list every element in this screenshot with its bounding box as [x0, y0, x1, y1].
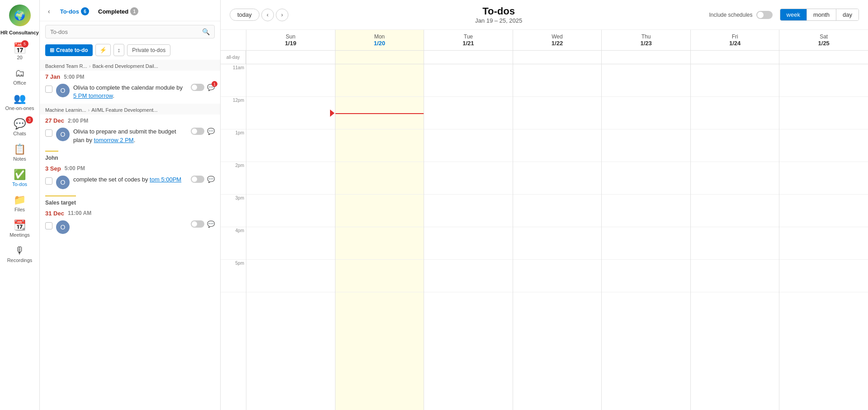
allday-sat[interactable]: [779, 51, 868, 64]
sidebar-item-one-on-ones[interactable]: 👥 One-on-ones: [0, 89, 39, 114]
search-bar[interactable]: 🔍: [45, 25, 215, 38]
slot-wed-2[interactable]: [513, 162, 602, 195]
col-wed[interactable]: [513, 64, 602, 410]
col-sat[interactable]: [779, 64, 868, 410]
todo-checkbox-1[interactable]: [45, 86, 52, 93]
slot-tue-4[interactable]: [424, 227, 513, 260]
todo-link-3[interactable]: tom 5:00PM: [150, 176, 181, 183]
allday-tue[interactable]: [424, 51, 513, 64]
slot-mon-5[interactable]: [335, 260, 424, 292]
sidebar-item-meetings[interactable]: 📆 Meetings: [0, 216, 39, 241]
slot-wed-1[interactable]: [513, 129, 602, 162]
sidebar-item-files[interactable]: 📁 Files: [0, 191, 39, 216]
view-month-button[interactable]: month: [807, 9, 836, 20]
slot-tue-11[interactable]: [424, 64, 513, 97]
slot-fri-1[interactable]: [691, 129, 779, 162]
slot-fri-3[interactable]: [691, 195, 779, 227]
slot-sun-5[interactable]: [246, 260, 335, 292]
comment-icon-1[interactable]: 💬 1: [207, 84, 215, 91]
slot-wed-12[interactable]: [513, 97, 602, 129]
slot-sat-4[interactable]: [779, 227, 868, 260]
slot-sun-1[interactable]: [246, 129, 335, 162]
sidebar-item-chats[interactable]: 3 💬 Chats: [0, 114, 39, 140]
private-todos-button[interactable]: Private to-dos: [127, 44, 170, 56]
next-button[interactable]: ›: [276, 9, 288, 21]
slot-tue-2[interactable]: [424, 162, 513, 195]
today-button[interactable]: today: [230, 9, 259, 21]
include-schedules-toggle[interactable]: [756, 11, 773, 19]
slot-mon-2[interactable]: [335, 162, 424, 195]
slot-fri-11[interactable]: [691, 64, 779, 97]
todo-checkbox-2[interactable]: [45, 129, 52, 137]
panel-collapse-button[interactable]: ‹: [45, 7, 53, 16]
slot-mon-1[interactable]: [335, 129, 424, 162]
sidebar-item-recordings[interactable]: 🎙 Recordings: [0, 241, 39, 267]
tab-todos[interactable]: To-dos 6: [57, 5, 93, 17]
comment-icon-2[interactable]: 💬: [207, 128, 215, 135]
slot-mon-11[interactable]: [335, 64, 424, 97]
col-tue[interactable]: [424, 64, 513, 410]
allday-sun[interactable]: [246, 51, 335, 64]
allday-thu[interactable]: [601, 51, 690, 64]
slot-wed-5[interactable]: [513, 260, 602, 292]
todo-link-1[interactable]: 5 PM tomorrow: [73, 92, 113, 99]
slot-sun-11[interactable]: [246, 64, 335, 97]
allday-fri[interactable]: [690, 51, 779, 64]
slot-sun-4[interactable]: [246, 227, 335, 260]
slot-fri-4[interactable]: [691, 227, 779, 260]
comment-icon-4[interactable]: 💬: [207, 220, 215, 228]
comment-icon-3[interactable]: 💬: [207, 176, 215, 183]
sidebar-item-calendar[interactable]: 📅 5 20: [0, 38, 39, 64]
allday-wed[interactable]: [513, 51, 602, 64]
tab-completed[interactable]: Completed 1: [94, 5, 142, 17]
sidebar-item-office[interactable]: 🗂 Office: [0, 64, 39, 89]
slot-fri-5[interactable]: [691, 260, 779, 292]
slot-sat-12[interactable]: [779, 97, 868, 129]
todo-checkbox-3[interactable]: [45, 177, 52, 185]
slot-mon-4[interactable]: [335, 227, 424, 260]
sidebar-item-notes[interactable]: 📋 Notes: [0, 140, 39, 165]
todo-link-2[interactable]: tomorrow 2 PM: [94, 137, 134, 143]
prev-button[interactable]: ‹: [261, 9, 274, 21]
filter-button[interactable]: ⚡: [95, 44, 111, 56]
col-mon[interactable]: [335, 64, 424, 410]
slot-tue-1[interactable]: [424, 129, 513, 162]
slot-mon-12[interactable]: [335, 97, 424, 129]
slot-thu-4[interactable]: [602, 227, 690, 260]
col-sun[interactable]: [246, 64, 335, 410]
slot-thu-11[interactable]: [602, 64, 690, 97]
col-thu[interactable]: [601, 64, 690, 410]
slot-thu-2[interactable]: [602, 162, 690, 195]
slot-sat-11[interactable]: [779, 64, 868, 97]
slot-tue-3[interactable]: [424, 195, 513, 227]
slot-wed-3[interactable]: [513, 195, 602, 227]
create-todo-button[interactable]: ⊞ Create to-do: [45, 44, 93, 56]
sidebar-item-todos[interactable]: ✅ To-dos: [0, 165, 39, 191]
search-input[interactable]: [50, 29, 202, 35]
view-day-button[interactable]: day: [836, 9, 859, 20]
slot-thu-3[interactable]: [602, 195, 690, 227]
slot-sat-5[interactable]: [779, 260, 868, 292]
slot-wed-4[interactable]: [513, 227, 602, 260]
slot-thu-12[interactable]: [602, 97, 690, 129]
slot-sun-2[interactable]: [246, 162, 335, 195]
slot-thu-1[interactable]: [602, 129, 690, 162]
slot-sat-1[interactable]: [779, 129, 868, 162]
slot-fri-12[interactable]: [691, 97, 779, 129]
allday-mon[interactable]: [335, 51, 424, 64]
slot-wed-11[interactable]: [513, 64, 602, 97]
slot-fri-2[interactable]: [691, 162, 779, 195]
slot-sun-3[interactable]: [246, 195, 335, 227]
slot-tue-5[interactable]: [424, 260, 513, 292]
slot-sat-3[interactable]: [779, 195, 868, 227]
toggle-2[interactable]: [191, 128, 204, 135]
toggle-1[interactable]: [191, 84, 204, 91]
todo-checkbox-4[interactable]: [45, 222, 52, 229]
view-week-button[interactable]: week: [780, 9, 807, 20]
slot-thu-5[interactable]: [602, 260, 690, 292]
col-fri[interactable]: [690, 64, 779, 410]
slot-sat-2[interactable]: [779, 162, 868, 195]
slot-sun-12[interactable]: [246, 97, 335, 129]
slot-tue-12[interactable]: [424, 97, 513, 129]
sort-button[interactable]: ↕: [113, 44, 125, 56]
